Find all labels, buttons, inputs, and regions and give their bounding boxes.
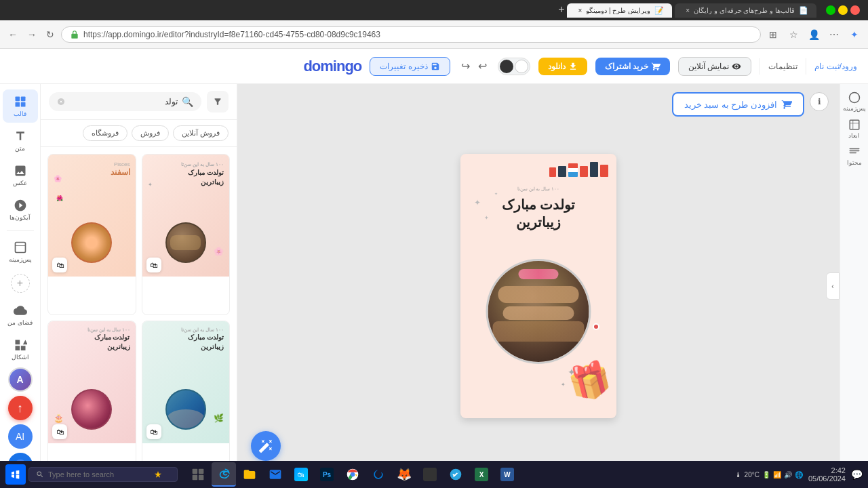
selection-handle[interactable] xyxy=(593,323,599,330)
address-bar[interactable]: https://app.domingo.ir/editor?industryId… xyxy=(61,26,761,43)
notification-icon[interactable]: 💬 xyxy=(851,469,863,480)
sidebar-item-content[interactable]: محتوا xyxy=(842,144,867,168)
template-card-2[interactable]: Pisces اسفند 🌸 🌺 🛍 xyxy=(47,154,136,315)
shapes-label: اشکال xyxy=(12,354,29,361)
new-tab-button[interactable]: + xyxy=(558,3,564,18)
background-icon xyxy=(848,92,861,104)
template-4-badge[interactable]: 🛍 xyxy=(52,424,67,439)
profile-icon[interactable]: 👤 xyxy=(806,26,822,43)
tab2-label: ویرایش طرح | دومینگو xyxy=(586,7,650,14)
sidebar-item-image[interactable]: عکس xyxy=(3,159,38,192)
sidebar-item-template[interactable]: قالب xyxy=(3,89,38,123)
templates-grid: ۱۰۰ سال به این سن‌تا تولدت مبارک زیباتری… xyxy=(41,147,237,488)
battery-icon: 🔋 xyxy=(762,471,770,479)
browser-tab-1[interactable]: 📄 قالب‌ها و طرح‌های حرفه‌ای و رایگان × xyxy=(675,3,816,18)
search-input[interactable] xyxy=(69,97,178,106)
taskbar-app-telegram[interactable] xyxy=(443,462,468,487)
template-icon xyxy=(14,95,27,108)
extensions-icon[interactable]: ⊞ xyxy=(765,26,781,43)
canvas-design[interactable]: ✦ ✦ ✦ ۱۰۰ سال به این سن‌تا تولدت مبارک ز… xyxy=(460,154,616,418)
win-min-btn[interactable] xyxy=(838,5,848,15)
win-close-btn[interactable] xyxy=(850,5,860,15)
more-icon[interactable]: ⋯ xyxy=(826,26,842,43)
theme-toggle[interactable] xyxy=(498,58,530,75)
taskbar-app-edge2[interactable] xyxy=(366,462,391,487)
template-1-deco: 🌸 xyxy=(214,247,224,256)
preview-button[interactable]: نمایش آنلاین xyxy=(678,57,751,76)
tab1-close[interactable]: × xyxy=(686,7,690,14)
sidebar-item-myspace[interactable]: فضای من xyxy=(3,298,38,331)
template-card-4[interactable]: ۱۰۰ سال به این سن‌تا تولدت مبارک زیباتری… xyxy=(47,321,136,482)
sidebar-item-dimensions[interactable]: ابعاد xyxy=(842,117,867,141)
sidebar-item-background[interactable]: پس‌زمینه xyxy=(842,89,867,114)
sidebar-item-shapes[interactable]: اشکال xyxy=(3,333,38,366)
browser-tab-2[interactable]: 📝 ویرایش طرح | دومینگو × xyxy=(567,3,672,18)
svg-rect-13 xyxy=(193,475,198,481)
lock-icon xyxy=(70,30,79,39)
edge-copilot-icon[interactable]: ✦ xyxy=(846,26,863,43)
template-2-badge[interactable]: 🛍 xyxy=(52,258,67,272)
add-to-cart-button[interactable]: افزودن طرح به سبد خرید xyxy=(672,92,804,117)
redo-button[interactable]: ↪ xyxy=(458,57,473,75)
design-cake-circle xyxy=(486,259,591,364)
download-button[interactable]: دانلود xyxy=(538,58,587,75)
panel-collapse-button[interactable]: › xyxy=(826,272,840,300)
template-card-1[interactable]: ۱۰۰ سال به این سن‌تا تولدت مبارک زیباتری… xyxy=(142,154,231,315)
back-button[interactable]: ← xyxy=(5,26,20,43)
start-button[interactable] xyxy=(5,464,26,485)
taskview-icon xyxy=(191,468,205,481)
info-button[interactable]: ℹ xyxy=(810,92,829,111)
panel-search-header: 🔍 xyxy=(41,84,237,120)
tab2-close[interactable]: × xyxy=(578,7,582,14)
app-header: ورود/ثبت نام تنظیمات نمایش آنلاین خرید ا… xyxy=(0,49,868,84)
template-2-inner: Pisces اسفند 🌸 🌺 🛍 xyxy=(48,155,136,277)
filter-button[interactable] xyxy=(207,91,229,113)
temp-icon: 🌡 xyxy=(735,471,742,479)
taskbar-app-word[interactable]: W xyxy=(495,462,519,487)
canvas-fab-button[interactable] xyxy=(251,431,281,461)
taskbar-app-other[interactable] xyxy=(418,462,442,487)
ai-button[interactable]: AI xyxy=(8,424,33,449)
taskbar-app-edge[interactable] xyxy=(212,462,236,487)
taskbar-search-input[interactable] xyxy=(48,470,150,479)
filter-tag-sale[interactable]: فروش xyxy=(132,125,169,141)
reload-button[interactable]: ↻ xyxy=(43,26,57,43)
star-decoration-3: ✦ xyxy=(494,191,498,196)
win-max-btn[interactable] xyxy=(826,5,835,15)
template-1-badge[interactable]: 🛍 xyxy=(146,258,161,272)
filter-tag-shop[interactable]: فروشگاه xyxy=(83,125,127,141)
network-icon: 🌐 xyxy=(795,471,803,479)
add-section-button[interactable]: + xyxy=(11,274,30,293)
save-button[interactable]: ذخیره تغییرات xyxy=(370,57,450,76)
template-card-3[interactable]: ۱۰۰ سال به این سن‌تا تولدت مبارک زیباتری… xyxy=(142,321,231,482)
template-3-badge[interactable]: 🛍 xyxy=(146,424,161,439)
panel-search-box[interactable]: 🔍 xyxy=(49,92,201,111)
settings-button[interactable]: تنظیمات xyxy=(768,62,797,71)
undo-button[interactable]: ↩ xyxy=(475,57,490,75)
sidebar-item-text[interactable]: متن xyxy=(3,124,38,157)
date-display: 05/06/2024 xyxy=(808,474,846,483)
search-clear-icon[interactable] xyxy=(57,98,65,106)
taskbar-search-box[interactable] xyxy=(28,467,178,482)
sidebar-item-icons[interactable]: آیکون‌ها xyxy=(3,193,38,226)
svg-rect-5 xyxy=(15,97,20,102)
subscribe-button[interactable]: خرید اشتراک xyxy=(595,58,670,75)
content-label: محتوا xyxy=(847,159,862,166)
user-avatar[interactable]: A xyxy=(8,367,33,392)
taskbar-app-excel[interactable]: X xyxy=(469,462,494,487)
taskbar-app-ps[interactable]: Ps xyxy=(315,462,339,487)
design-cake-image xyxy=(488,261,589,362)
filter-tag-online-shop[interactable]: فروش آنلاین xyxy=(173,125,229,141)
download-icon xyxy=(568,62,578,71)
login-button[interactable]: ورود/ثبت نام xyxy=(814,62,857,71)
favorites-icon[interactable]: ☆ xyxy=(785,26,802,43)
upload-button[interactable]: ↑ xyxy=(8,396,33,420)
taskbar-app-search[interactable] xyxy=(186,462,210,487)
sidebar-item-background[interactable]: پس‌زمینه xyxy=(3,235,38,268)
taskbar-app-explorer[interactable] xyxy=(237,462,262,487)
taskbar-app-mail[interactable] xyxy=(263,462,288,487)
taskbar-app-chrome[interactable] xyxy=(340,462,365,487)
taskbar-app-store[interactable]: 🛍 xyxy=(289,462,313,487)
taskbar-app-firefox[interactable]: 🦊 xyxy=(392,462,416,487)
forward-button[interactable]: → xyxy=(24,26,39,43)
